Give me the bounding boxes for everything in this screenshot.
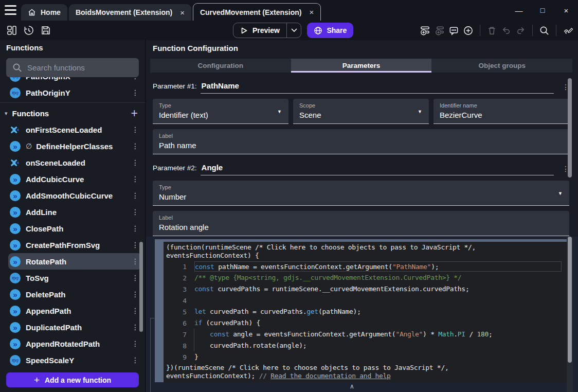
- type-select[interactable]: Type Identifier (text) ▼: [153, 99, 288, 124]
- search-icon[interactable]: [539, 25, 550, 36]
- code-line[interactable]: 5let curvedPath = curvedPaths.get(pathNa…: [166, 306, 567, 317]
- function-list-item[interactable]: onFirstSceneLoaded⋮: [8, 121, 142, 138]
- item-menu-icon[interactable]: ⋮: [132, 290, 139, 298]
- item-menu-icon[interactable]: ⋮: [132, 257, 139, 265]
- preview-button-main[interactable]: Preview: [233, 23, 286, 38]
- tab-curvedmovement[interactable]: CurvedMovement (Extension) ×: [193, 3, 321, 21]
- documentation-link[interactable]: Read the documentation and help: [270, 372, 390, 380]
- item-menu-icon[interactable]: ⋮: [132, 175, 139, 183]
- main-menu-icon[interactable]: [5, 5, 16, 15]
- code-line[interactable]: 6if (curvedPath) {: [166, 317, 567, 329]
- function-list-item[interactable]: onSceneLoaded⋮: [8, 154, 142, 171]
- javascript-code-event[interactable]: (function(runtimeScene /* Click here to …: [155, 239, 567, 382]
- edit-scene-icon[interactable]: [563, 25, 573, 36]
- function-list-item[interactable]: »AppendPath⋮: [8, 302, 142, 319]
- close-tab-icon[interactable]: ×: [310, 8, 314, 16]
- function-list-item[interactable]: »ClosePath⋮: [8, 220, 142, 237]
- history-icon[interactable]: [23, 25, 34, 36]
- save-icon[interactable]: [40, 25, 51, 36]
- code-line[interactable]: 8 curvedPath.rotate(angle);: [166, 340, 567, 351]
- tab-boidsmovement[interactable]: BoidsMovement (Extension) ×: [69, 4, 191, 21]
- function-list-item[interactable]: f(x)PathOriginY⋮: [8, 84, 142, 101]
- code-line[interactable]: 3const curvedPaths = runtimeScene.__curv…: [166, 283, 567, 295]
- item-menu-icon[interactable]: ⋮: [132, 88, 139, 97]
- functions-section-header[interactable]: ▾Functions+: [0, 105, 145, 121]
- tab-home[interactable]: Home: [21, 4, 67, 21]
- function-list-item[interactable]: »AddCubicCurve⋮: [8, 171, 142, 187]
- collapse-arrow-icon[interactable]: ▾: [5, 110, 8, 117]
- parameter-name-input[interactable]: PathName: [201, 81, 554, 94]
- item-menu-icon[interactable]: ⋮: [132, 208, 139, 216]
- preview-options-button[interactable]: [287, 23, 301, 38]
- code-line[interactable]: 1const pathName = eventsFunctionContext.…: [166, 261, 567, 272]
- code-line[interactable]: 7 const angle = eventsFunctionContext.ge…: [166, 329, 567, 340]
- share-button[interactable]: Share: [307, 23, 353, 38]
- item-menu-icon[interactable]: ⋮: [132, 241, 139, 249]
- config-scrollbar[interactable]: [568, 78, 572, 177]
- item-menu-icon[interactable]: ⋮: [132, 158, 139, 167]
- search-input[interactable]: [6, 58, 139, 77]
- add-subevent-icon[interactable]: [434, 25, 445, 36]
- maximize-button[interactable]: □: [531, 6, 554, 14]
- item-menu-icon[interactable]: ⋮: [132, 142, 139, 150]
- code-editor[interactable]: (function(runtimeScene /* Click here to …: [164, 242, 567, 382]
- tab-parameters[interactable]: Parameters: [291, 59, 432, 73]
- layout-icon[interactable]: [6, 25, 17, 36]
- add-new-function-button[interactable]: + Add a new function: [6, 372, 139, 387]
- function-list-item[interactable]: »DeletePath⋮: [8, 286, 142, 302]
- item-menu-icon[interactable]: ⋮: [132, 307, 139, 315]
- toolbar-divider: [480, 25, 480, 36]
- undo-icon[interactable]: [501, 25, 512, 36]
- code-line[interactable]: 4: [166, 295, 567, 306]
- code-token: [194, 330, 210, 338]
- item-menu-icon[interactable]: ⋮: [132, 77, 139, 80]
- sub-event-connector: [150, 318, 151, 392]
- close-button[interactable]: ×: [554, 6, 578, 15]
- tab-object-groups[interactable]: Object groups: [431, 59, 572, 73]
- parameter-name-input[interactable]: Angle: [201, 163, 554, 175]
- label-input[interactable]: Label Rotation angle: [153, 211, 569, 236]
- item-menu-icon[interactable]: ⋮: [132, 126, 139, 134]
- minimize-button[interactable]: —: [507, 6, 531, 15]
- events-scrollbar-track[interactable]: [567, 237, 573, 392]
- code-lines[interactable]: 1const pathName = eventsFunctionContext.…: [166, 261, 567, 363]
- tab-configuration[interactable]: Configuration: [150, 59, 291, 73]
- scope-select[interactable]: Scope Scene ▼: [293, 99, 429, 124]
- function-list-item[interactable]: »AppendRotatedPath⋮: [8, 335, 142, 352]
- sidebar-scrollbar[interactable]: [139, 242, 143, 332]
- identifier-name-input[interactable]: Identifier name BezierCurve: [433, 99, 569, 124]
- function-list-item[interactable]: »RotatePath⋮: [8, 253, 142, 270]
- close-tab-icon[interactable]: ×: [180, 8, 185, 17]
- function-list-item[interactable]: »DuplicatedPath⋮: [8, 319, 142, 335]
- field-value: Scene: [299, 111, 423, 119]
- add-comment-icon[interactable]: [448, 25, 459, 36]
- add-event-icon[interactable]: [420, 25, 430, 36]
- home-icon: [28, 8, 36, 16]
- code-token: curvedPath = curvedPaths.: [210, 308, 306, 315]
- item-menu-icon[interactable]: ⋮: [132, 340, 139, 348]
- add-circle-icon[interactable]: [463, 25, 474, 36]
- section-label: Functions: [12, 109, 131, 118]
- add-function-plus-icon[interactable]: +: [131, 108, 138, 119]
- function-list-item[interactable]: f(x)PathOriginX⋮: [8, 77, 142, 84]
- code-line[interactable]: 9}: [166, 351, 567, 363]
- function-list-item[interactable]: f(x)SpeedScaleY⋮: [8, 352, 142, 368]
- function-list-item[interactable]: »∅DefineHelperClasses⋮: [8, 138, 142, 154]
- function-list-item[interactable]: »CreatePathFromSvg⋮: [8, 237, 142, 253]
- preview-button[interactable]: Preview: [233, 23, 301, 38]
- item-menu-icon[interactable]: ⋮: [132, 224, 139, 233]
- type-select[interactable]: Type Number ▼: [153, 181, 569, 206]
- label-input[interactable]: Label Path name: [153, 129, 569, 154]
- item-menu-icon[interactable]: ⋮: [132, 356, 139, 364]
- item-menu-icon[interactable]: ⋮: [132, 274, 139, 282]
- function-list-item[interactable]: f(x)ToSvg⋮: [8, 270, 142, 286]
- config-tab-bar: Configuration Parameters Object groups: [150, 59, 572, 73]
- function-list-item[interactable]: »AddLine⋮: [8, 204, 142, 220]
- code-line[interactable]: 2/** @type {Map<string, gdjs.__curvedMov…: [166, 272, 567, 283]
- item-menu-icon[interactable]: ⋮: [132, 191, 139, 200]
- function-list-item[interactable]: »AddSmoothCubicCurve⋮: [8, 187, 142, 204]
- redo-icon[interactable]: [515, 25, 526, 36]
- trash-icon[interactable]: [486, 25, 497, 36]
- item-menu-icon[interactable]: ⋮: [132, 323, 139, 331]
- events-scrollbar-thumb[interactable]: [568, 237, 572, 363]
